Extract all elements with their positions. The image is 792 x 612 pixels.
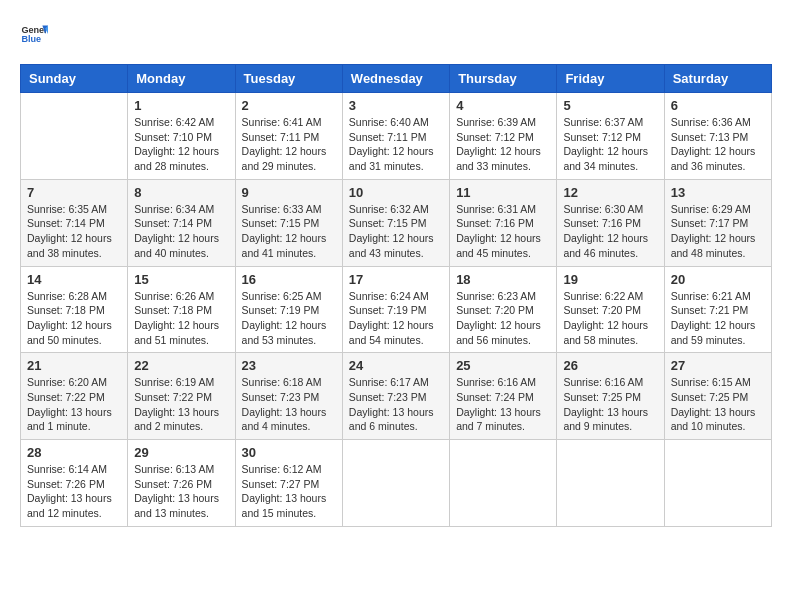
- weekday-header-wednesday: Wednesday: [342, 65, 449, 93]
- day-info: Sunrise: 6:26 AM Sunset: 7:18 PM Dayligh…: [134, 289, 228, 348]
- calendar-cell: 1Sunrise: 6:42 AM Sunset: 7:10 PM Daylig…: [128, 93, 235, 180]
- day-number: 24: [349, 358, 443, 373]
- day-number: 28: [27, 445, 121, 460]
- day-number: 4: [456, 98, 550, 113]
- day-number: 3: [349, 98, 443, 113]
- calendar-cell: 21Sunrise: 6:20 AM Sunset: 7:22 PM Dayli…: [21, 353, 128, 440]
- calendar-week-row: 14Sunrise: 6:28 AM Sunset: 7:18 PM Dayli…: [21, 266, 772, 353]
- calendar-cell: 30Sunrise: 6:12 AM Sunset: 7:27 PM Dayli…: [235, 440, 342, 527]
- calendar-cell: 16Sunrise: 6:25 AM Sunset: 7:19 PM Dayli…: [235, 266, 342, 353]
- day-info: Sunrise: 6:41 AM Sunset: 7:11 PM Dayligh…: [242, 115, 336, 174]
- day-number: 21: [27, 358, 121, 373]
- weekday-header-friday: Friday: [557, 65, 664, 93]
- day-info: Sunrise: 6:36 AM Sunset: 7:13 PM Dayligh…: [671, 115, 765, 174]
- calendar-cell: 26Sunrise: 6:16 AM Sunset: 7:25 PM Dayli…: [557, 353, 664, 440]
- calendar-cell: 10Sunrise: 6:32 AM Sunset: 7:15 PM Dayli…: [342, 179, 449, 266]
- day-number: 30: [242, 445, 336, 460]
- day-info: Sunrise: 6:13 AM Sunset: 7:26 PM Dayligh…: [134, 462, 228, 521]
- day-number: 10: [349, 185, 443, 200]
- day-number: 11: [456, 185, 550, 200]
- day-info: Sunrise: 6:40 AM Sunset: 7:11 PM Dayligh…: [349, 115, 443, 174]
- logo-icon: General Blue: [20, 20, 48, 48]
- day-info: Sunrise: 6:34 AM Sunset: 7:14 PM Dayligh…: [134, 202, 228, 261]
- day-info: Sunrise: 6:17 AM Sunset: 7:23 PM Dayligh…: [349, 375, 443, 434]
- calendar-cell: 3Sunrise: 6:40 AM Sunset: 7:11 PM Daylig…: [342, 93, 449, 180]
- day-number: 2: [242, 98, 336, 113]
- day-info: Sunrise: 6:16 AM Sunset: 7:25 PM Dayligh…: [563, 375, 657, 434]
- calendar-cell: 19Sunrise: 6:22 AM Sunset: 7:20 PM Dayli…: [557, 266, 664, 353]
- day-info: Sunrise: 6:28 AM Sunset: 7:18 PM Dayligh…: [27, 289, 121, 348]
- calendar-cell: 11Sunrise: 6:31 AM Sunset: 7:16 PM Dayli…: [450, 179, 557, 266]
- weekday-header-sunday: Sunday: [21, 65, 128, 93]
- calendar-week-row: 1Sunrise: 6:42 AM Sunset: 7:10 PM Daylig…: [21, 93, 772, 180]
- calendar-cell: 7Sunrise: 6:35 AM Sunset: 7:14 PM Daylig…: [21, 179, 128, 266]
- logo: General Blue: [20, 20, 48, 48]
- calendar-cell: 2Sunrise: 6:41 AM Sunset: 7:11 PM Daylig…: [235, 93, 342, 180]
- calendar-cell: 12Sunrise: 6:30 AM Sunset: 7:16 PM Dayli…: [557, 179, 664, 266]
- day-info: Sunrise: 6:31 AM Sunset: 7:16 PM Dayligh…: [456, 202, 550, 261]
- day-number: 20: [671, 272, 765, 287]
- calendar-cell: 14Sunrise: 6:28 AM Sunset: 7:18 PM Dayli…: [21, 266, 128, 353]
- calendar-cell: 15Sunrise: 6:26 AM Sunset: 7:18 PM Dayli…: [128, 266, 235, 353]
- day-number: 8: [134, 185, 228, 200]
- calendar-cell: 18Sunrise: 6:23 AM Sunset: 7:20 PM Dayli…: [450, 266, 557, 353]
- day-number: 18: [456, 272, 550, 287]
- day-number: 27: [671, 358, 765, 373]
- day-info: Sunrise: 6:12 AM Sunset: 7:27 PM Dayligh…: [242, 462, 336, 521]
- weekday-header-monday: Monday: [128, 65, 235, 93]
- day-number: 17: [349, 272, 443, 287]
- day-number: 7: [27, 185, 121, 200]
- calendar-week-row: 7Sunrise: 6:35 AM Sunset: 7:14 PM Daylig…: [21, 179, 772, 266]
- day-info: Sunrise: 6:14 AM Sunset: 7:26 PM Dayligh…: [27, 462, 121, 521]
- day-number: 16: [242, 272, 336, 287]
- day-number: 19: [563, 272, 657, 287]
- day-info: Sunrise: 6:22 AM Sunset: 7:20 PM Dayligh…: [563, 289, 657, 348]
- calendar-cell: [342, 440, 449, 527]
- day-info: Sunrise: 6:30 AM Sunset: 7:16 PM Dayligh…: [563, 202, 657, 261]
- day-number: 23: [242, 358, 336, 373]
- weekday-header-thursday: Thursday: [450, 65, 557, 93]
- day-info: Sunrise: 6:16 AM Sunset: 7:24 PM Dayligh…: [456, 375, 550, 434]
- calendar-cell: 27Sunrise: 6:15 AM Sunset: 7:25 PM Dayli…: [664, 353, 771, 440]
- weekday-header-row: SundayMondayTuesdayWednesdayThursdayFrid…: [21, 65, 772, 93]
- day-info: Sunrise: 6:24 AM Sunset: 7:19 PM Dayligh…: [349, 289, 443, 348]
- calendar-cell: 17Sunrise: 6:24 AM Sunset: 7:19 PM Dayli…: [342, 266, 449, 353]
- page-header: General Blue: [20, 20, 772, 48]
- day-info: Sunrise: 6:39 AM Sunset: 7:12 PM Dayligh…: [456, 115, 550, 174]
- calendar-week-row: 28Sunrise: 6:14 AM Sunset: 7:26 PM Dayli…: [21, 440, 772, 527]
- day-number: 22: [134, 358, 228, 373]
- day-info: Sunrise: 6:21 AM Sunset: 7:21 PM Dayligh…: [671, 289, 765, 348]
- day-number: 12: [563, 185, 657, 200]
- calendar-cell: 8Sunrise: 6:34 AM Sunset: 7:14 PM Daylig…: [128, 179, 235, 266]
- day-info: Sunrise: 6:32 AM Sunset: 7:15 PM Dayligh…: [349, 202, 443, 261]
- calendar-cell: [557, 440, 664, 527]
- calendar-cell: 28Sunrise: 6:14 AM Sunset: 7:26 PM Dayli…: [21, 440, 128, 527]
- day-number: 15: [134, 272, 228, 287]
- calendar-cell: 4Sunrise: 6:39 AM Sunset: 7:12 PM Daylig…: [450, 93, 557, 180]
- calendar-cell: 13Sunrise: 6:29 AM Sunset: 7:17 PM Dayli…: [664, 179, 771, 266]
- calendar-cell: [450, 440, 557, 527]
- calendar-cell: 22Sunrise: 6:19 AM Sunset: 7:22 PM Dayli…: [128, 353, 235, 440]
- weekday-header-tuesday: Tuesday: [235, 65, 342, 93]
- calendar-table: SundayMondayTuesdayWednesdayThursdayFrid…: [20, 64, 772, 527]
- calendar-cell: 25Sunrise: 6:16 AM Sunset: 7:24 PM Dayli…: [450, 353, 557, 440]
- day-info: Sunrise: 6:20 AM Sunset: 7:22 PM Dayligh…: [27, 375, 121, 434]
- calendar-cell: 23Sunrise: 6:18 AM Sunset: 7:23 PM Dayli…: [235, 353, 342, 440]
- day-info: Sunrise: 6:29 AM Sunset: 7:17 PM Dayligh…: [671, 202, 765, 261]
- day-number: 9: [242, 185, 336, 200]
- day-number: 13: [671, 185, 765, 200]
- calendar-cell: [664, 440, 771, 527]
- calendar-week-row: 21Sunrise: 6:20 AM Sunset: 7:22 PM Dayli…: [21, 353, 772, 440]
- calendar-cell: 6Sunrise: 6:36 AM Sunset: 7:13 PM Daylig…: [664, 93, 771, 180]
- calendar-cell: 9Sunrise: 6:33 AM Sunset: 7:15 PM Daylig…: [235, 179, 342, 266]
- day-info: Sunrise: 6:37 AM Sunset: 7:12 PM Dayligh…: [563, 115, 657, 174]
- calendar-cell: 24Sunrise: 6:17 AM Sunset: 7:23 PM Dayli…: [342, 353, 449, 440]
- day-info: Sunrise: 6:35 AM Sunset: 7:14 PM Dayligh…: [27, 202, 121, 261]
- calendar-cell: 29Sunrise: 6:13 AM Sunset: 7:26 PM Dayli…: [128, 440, 235, 527]
- day-number: 5: [563, 98, 657, 113]
- day-info: Sunrise: 6:15 AM Sunset: 7:25 PM Dayligh…: [671, 375, 765, 434]
- day-number: 25: [456, 358, 550, 373]
- calendar-cell: [21, 93, 128, 180]
- day-info: Sunrise: 6:33 AM Sunset: 7:15 PM Dayligh…: [242, 202, 336, 261]
- day-number: 29: [134, 445, 228, 460]
